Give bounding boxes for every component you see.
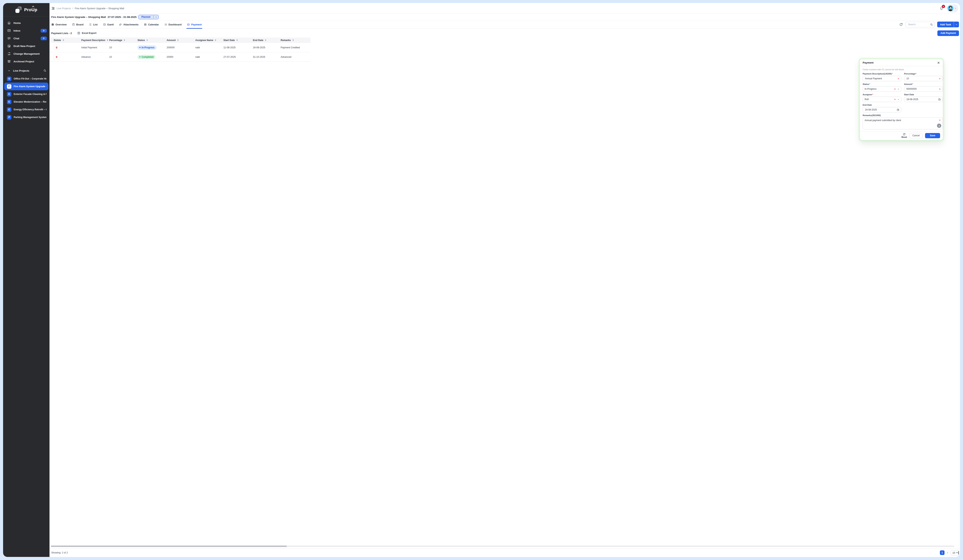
project-name: Energy Efficiency Retrofit – Offic... [14, 108, 46, 111]
status-badge: Completed [138, 55, 156, 59]
column-header-description[interactable]: Payment Description [81, 39, 109, 42]
calendar-icon [144, 23, 147, 26]
sidebar-item-label: Home [13, 21, 21, 24]
status-badge: Planned [138, 16, 153, 18]
sidebar-item-chat[interactable]: Chat 0 [3, 34, 50, 42]
payment-toolbar: Payment Lists - 2 Excel Export Add Payme… [50, 29, 302, 37]
table-row: Initial Payment 10 In-Progress 200000 na… [50, 43, 302, 52]
status-cell: In-Progress [138, 45, 167, 50]
excel-export-label: Excel Export [82, 32, 97, 34]
tab-label: Payment [191, 23, 202, 26]
app-window: ProUp Home Inbox 0 Chat 0 [3, 3, 302, 146]
gantt-icon [103, 23, 106, 26]
sidebar-item-home[interactable]: Home [3, 19, 50, 27]
tab-dashboard[interactable]: Dashboard [164, 20, 182, 29]
sidebar-project-fire-alarm-system-upgrade[interactable]: F Fire Alarm System Upgrade – Sh... [4, 83, 49, 90]
tab-label: Overview [55, 23, 66, 26]
sidebar-item-draft-new-project[interactable]: Draft New Project [3, 42, 50, 50]
sort-asc-icon [214, 39, 217, 41]
column-header-start-date[interactable]: Start Date [224, 39, 253, 42]
overview-icon [51, 23, 54, 26]
column-label: Status [138, 39, 145, 42]
draft-icon [7, 44, 11, 48]
sidebar-collapse-icon[interactable] [51, 6, 55, 10]
tab-payment[interactable]: Payment [187, 20, 202, 29]
start-date-cell: 11-08-2025 [224, 46, 253, 49]
sidebar-item-label: Archived Project [13, 60, 34, 63]
delete-row-button[interactable] [54, 45, 59, 50]
breadcrumb-separator: / [73, 7, 73, 10]
project-initial-badge: F [7, 84, 11, 89]
sidebar-item-change-management[interactable]: Change Management [3, 50, 50, 58]
project-status-dropdown[interactable]: Planned [138, 15, 159, 19]
column-label: Percentage [109, 39, 122, 42]
status-dot [139, 57, 140, 57]
column-header-amount[interactable]: Amount [167, 39, 195, 42]
logo-text-u: U [31, 7, 34, 12]
delete-cell [50, 45, 81, 50]
percentage-cell: 10 [109, 56, 138, 58]
column-label: Payment Description [81, 39, 105, 42]
table-row: Advance 10 Completed 20000 nabi 27-07-20… [50, 52, 302, 62]
tab-list[interactable]: List [89, 20, 97, 29]
column-label: End Date [253, 39, 263, 42]
column-header-delete[interactable]: Delete [50, 39, 81, 42]
tab-label: Calendar [148, 23, 159, 26]
sidebar-item-label: Draft New Project [13, 45, 35, 47]
column-header-percentage[interactable]: Percentage [109, 39, 138, 42]
sidebar-item-label: Inbox [13, 29, 20, 32]
sidebar-project-elevator-modernization[interactable]: E Elevator Modernization – Reside... [4, 98, 49, 106]
sidebar-project-energy-efficiency-retrofit[interactable]: E Energy Efficiency Retrofit – Offic... [4, 106, 49, 113]
tabs-bar: Overview Board List Gantt Attachments [50, 20, 302, 29]
tab-board[interactable]: Board [72, 20, 84, 29]
sidebar-item-archived-project[interactable]: Archived Project [3, 58, 50, 65]
column-header-remarks[interactable]: Remarks [280, 39, 302, 42]
sidebar-project-parking-management-system[interactable]: P Parking Management System In... [4, 113, 49, 121]
excel-export-button[interactable]: Excel Export [77, 32, 97, 35]
project-initial-badge: E [7, 92, 11, 96]
tab-overview[interactable]: Overview [51, 20, 66, 29]
section-label: Live Projects [13, 69, 29, 72]
delete-row-button[interactable] [54, 54, 59, 60]
column-label: Start Date [224, 39, 235, 42]
column-header-status[interactable]: Status [138, 39, 167, 42]
sidebar-project-exterior-facade-cleaning[interactable]: E Exterior Facade Cleaning & Repa... [4, 90, 49, 98]
search-icon[interactable] [43, 69, 46, 72]
project-initial-badge: O [7, 77, 11, 81]
tab-label: List [93, 23, 97, 26]
tab-calendar[interactable]: Calendar [144, 20, 159, 29]
sort-asc-icon [292, 39, 294, 41]
breadcrumb: Live Projects / Fire Alarm System Upgrad… [57, 7, 124, 10]
payment-list-count: Payment Lists - 2 [51, 32, 72, 35]
column-header-end-date[interactable]: End Date [253, 39, 280, 42]
sort-asc-icon [177, 39, 179, 41]
tab-gantt[interactable]: Gantt [103, 20, 114, 29]
start-date-cell: 27-07-2025 [224, 56, 253, 58]
sidebar-item-inbox[interactable]: Inbox 0 [3, 27, 50, 34]
column-header-assignee[interactable]: Assignee Name [195, 39, 224, 42]
project-initial-badge: P [7, 115, 11, 120]
remarks-cell: Advanced [280, 56, 302, 58]
project-date-range: 27-07-2025 - 31-08-2025 [108, 16, 136, 18]
trash-icon [55, 46, 58, 49]
chat-icon [7, 37, 11, 40]
project-initial-badge: E [7, 100, 11, 104]
chevron-up-icon[interactable] [8, 69, 10, 72]
delete-cell [50, 54, 81, 60]
percentage-cell: 10 [109, 46, 138, 49]
tab-label: Attachments [123, 23, 138, 26]
chat-count-badge: 0 [41, 37, 47, 40]
column-label: Assignee Name [195, 39, 213, 42]
divider [153, 16, 154, 18]
sidebar-item-label: Change Management [13, 52, 40, 55]
project-name: Fire Alarm System Upgrade – Sh... [14, 85, 46, 88]
status-dot [139, 47, 140, 48]
project-header: Fire Alarm System Upgrade – Shopping Mal… [50, 14, 302, 20]
amount-cell: 200000 [167, 46, 195, 49]
breadcrumb-page: Fire Alarm System Upgrade – Shopping Mal… [75, 7, 124, 10]
tab-attachments[interactable]: Attachments [119, 20, 138, 29]
sidebar-project-office-fit-out[interactable]: O Office Fit-Out – Corporate Head... [4, 75, 49, 83]
column-label: Delete [54, 39, 61, 42]
main-content: Live Projects / Fire Alarm System Upgrad… [50, 3, 302, 146]
breadcrumb-section[interactable]: Live Projects [57, 7, 71, 10]
